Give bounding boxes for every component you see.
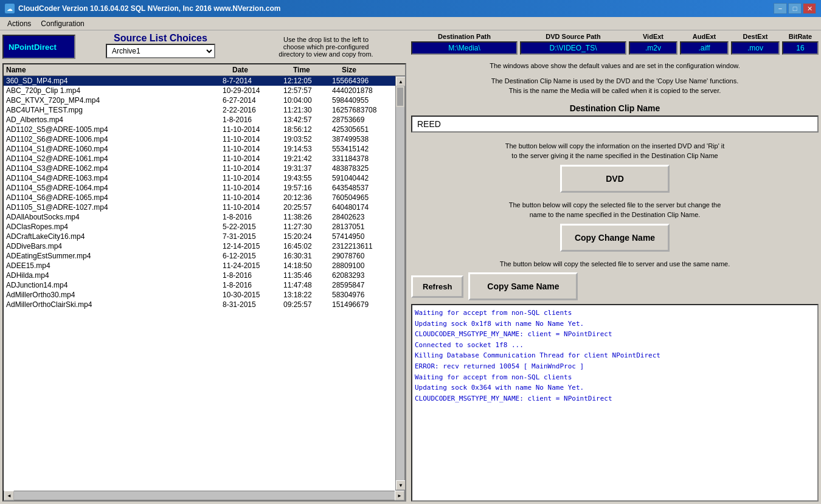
- file-name: AD1104_S1@ADRE-1060.mp4: [6, 145, 223, 153]
- file-row[interactable]: AD1104_S5@ADRE-1064.mp4 11-10-2014 19:57…: [4, 183, 395, 193]
- refresh-button[interactable]: Refresh: [411, 275, 463, 298]
- file-size: 483878325: [332, 164, 393, 173]
- log-line: CLOUDCODER_MSGTYPE_MY_NAME: client = NPo…: [415, 329, 815, 340]
- file-row[interactable]: AD1104_S4@ADRE-1063.mp4 11-10-2014 19:43…: [4, 173, 395, 183]
- file-name: ADCraftLakeCity16.mp4: [6, 232, 223, 241]
- file-time: 18:56:12: [283, 125, 332, 134]
- file-time: 13:42:57: [283, 116, 332, 124]
- file-size: 57414950: [332, 232, 393, 241]
- log-line: Connected to socket 1f8 ...: [415, 340, 815, 351]
- file-time: 20:25:57: [283, 203, 332, 212]
- file-row[interactable]: ADClasRopes.mp4 5-22-2015 11:27:30 28137…: [4, 222, 395, 232]
- copy-change-name-button[interactable]: Copy Change Name: [560, 224, 670, 252]
- file-time: 19:03:52: [283, 135, 332, 143]
- bitrate-value: 16: [782, 41, 819, 55]
- source-dropdown[interactable]: Archive1: [106, 44, 215, 58]
- menu-actions[interactable]: Actions: [2, 18, 36, 29]
- file-row[interactable]: AD1104_S3@ADRE-1062.mp4 11-10-2014 19:31…: [4, 164, 395, 173]
- file-list-body[interactable]: 360_SD_MP4.mp4 8-7-2014 12:12:05 1556643…: [4, 76, 395, 491]
- scroll-thumb[interactable]: [397, 88, 403, 106]
- file-row[interactable]: AD1104_S1@ADRE-1060.mp4 11-10-2014 19:14…: [4, 144, 395, 154]
- log-line: Killing Database Communication Thread fo…: [415, 350, 815, 361]
- file-row[interactable]: 360_SD_MP4.mp4 8-7-2014 12:12:05 1556643…: [4, 76, 395, 86]
- main-content: NPointDirect Source List Choices Archive…: [0, 30, 821, 504]
- file-time: 11:47:48: [283, 281, 332, 289]
- copy-same-name-button[interactable]: Copy Same Name: [468, 272, 578, 300]
- file-row[interactable]: AD1102_S5@ADRE-1005.mp4 11-10-2014 18:56…: [4, 125, 395, 134]
- col-time: Time: [293, 66, 342, 74]
- file-row[interactable]: ADHilda.mp4 1-8-2016 11:35:46 62083293: [4, 271, 395, 280]
- file-row[interactable]: AD1104_S6@ADRE-1065.mp4 11-10-2014 20:12…: [4, 193, 395, 202]
- log-panel: Waiting for accept from non-SQL clientsU…: [411, 304, 819, 502]
- file-name: AdMillerOrtho30.mp4: [6, 291, 223, 299]
- file-name: AD_Albertos.mp4: [6, 116, 223, 124]
- dest-clip-input[interactable]: [411, 116, 819, 133]
- file-list-container: Name Date Time Size 360_SD_MP4.mp4 8-7-2…: [2, 63, 406, 502]
- file-name: ADDiveBars.mp4: [6, 242, 223, 250]
- dvd-path-value: D:\VIDEO_TS\: [520, 41, 626, 55]
- scroll-down-arrow[interactable]: ▼: [396, 480, 405, 490]
- dvd-section: The button below will copy the informati…: [411, 141, 819, 193]
- dvd-button[interactable]: DVD: [560, 165, 670, 193]
- file-row[interactable]: ABC4UTAH_TEST.mpg 2-22-2016 11:21:30 162…: [4, 105, 395, 115]
- file-row[interactable]: ADDiveBars.mp4 12-14-2015 16:45:02 23122…: [4, 241, 395, 251]
- file-date: 8-31-2015: [223, 300, 283, 309]
- file-row[interactable]: ADJunction14.mp4 1-8-2016 11:47:48 28595…: [4, 280, 395, 290]
- file-row[interactable]: AD1104_S2@ADRE-1061.mp4 11-10-2014 19:21…: [4, 154, 395, 164]
- file-time: 15:20:24: [283, 232, 332, 241]
- file-row[interactable]: AD1105_S1@ADRE-1027.mp4 11-10-2014 20:25…: [4, 202, 395, 212]
- file-size: 425305651: [332, 125, 393, 134]
- minimize-button[interactable]: −: [774, 3, 787, 14]
- file-date: 6-12-2015: [223, 252, 283, 260]
- audext-label: AudExt: [680, 33, 729, 40]
- file-size: 29078760: [332, 252, 393, 260]
- file-date: 11-10-2014: [223, 135, 283, 143]
- file-row[interactable]: ADAllAboutSocks.mp4 1-8-2016 11:38:26 28…: [4, 212, 395, 222]
- file-row[interactable]: AdMillerOrtho30.mp4 10-30-2015 13:18:22 …: [4, 290, 395, 300]
- horizontal-scrollbar[interactable]: ◄ ►: [4, 491, 405, 500]
- file-time: 09:25:57: [283, 300, 332, 309]
- file-row[interactable]: AdMillerOrthoClairSki.mp4 8-31-2015 09:2…: [4, 300, 395, 309]
- file-size: 387499538: [332, 135, 393, 143]
- menu-bar: Actions Configuration: [0, 17, 821, 30]
- file-row[interactable]: ADEatingEstSummer.mp4 6-12-2015 16:30:31…: [4, 251, 395, 261]
- menu-configuration[interactable]: Configuration: [36, 18, 89, 29]
- same-name-desc: The button below will copy the selected …: [411, 259, 819, 269]
- file-row[interactable]: ADCraftLakeCity16.mp4 7-31-2015 15:20:24…: [4, 232, 395, 241]
- file-row[interactable]: AD_Albertos.mp4 1-8-2016 13:42:57 287536…: [4, 115, 395, 125]
- file-name: AD1102_S5@ADRE-1005.mp4: [6, 125, 223, 134]
- file-list-header: Name Date Time Size: [4, 64, 405, 76]
- file-size: 643548537: [332, 184, 393, 192]
- npointdirect-display: NPointDirect: [2, 35, 75, 59]
- file-date: 11-10-2014: [223, 145, 283, 153]
- close-button[interactable]: ✕: [803, 3, 816, 14]
- file-time: 10:04:00: [283, 96, 332, 105]
- file-size: 28809100: [332, 261, 393, 270]
- file-row[interactable]: AD1102_S6@ADRE-1006.mp4 11-10-2014 19:03…: [4, 134, 395, 144]
- right-panel: Destination Path DVD Source Path VidExt …: [409, 30, 821, 504]
- scroll-left-arrow[interactable]: ◄: [4, 491, 14, 500]
- destext-label: DestExt: [731, 33, 780, 40]
- log-line: Updating sock 0x364 with name No Name Ye…: [415, 382, 815, 393]
- file-date: 11-10-2014: [223, 203, 283, 212]
- file-size: 28402623: [332, 213, 393, 221]
- log-line: Waiting for accept from non-SQL clients: [415, 372, 815, 383]
- file-time: 19:14:53: [283, 145, 332, 153]
- file-date: 1-8-2016: [223, 281, 283, 289]
- file-row[interactable]: ABC_KTVX_720p_MP4.mp4 6-27-2014 10:04:00…: [4, 95, 395, 105]
- config-desc: The windows above show the default value…: [411, 61, 819, 71]
- file-row[interactable]: ABC_720p_Clip 1.mp4 10-29-2014 12:57:57 …: [4, 86, 395, 95]
- log-line: CLOUDCODER_MSGTYPE_MY_NAME: client = NPo…: [415, 393, 815, 404]
- maximize-button[interactable]: □: [788, 3, 802, 14]
- file-name: AdMillerOrthoClairSki.mp4: [6, 300, 223, 309]
- vertical-scrollbar[interactable]: ▲ ▼: [395, 76, 405, 491]
- file-date: 10-29-2014: [223, 86, 283, 95]
- file-time: 13:18:22: [283, 291, 332, 299]
- file-row[interactable]: ADEE15.mp4 11-24-2015 14:18:50 28809100: [4, 261, 395, 271]
- dest-clip-desc: The Destination Clip Name is used by the…: [411, 76, 819, 96]
- scroll-up-arrow[interactable]: ▲: [396, 77, 405, 86]
- file-size: 331184378: [332, 154, 393, 163]
- file-name: AD1104_S3@ADRE-1062.mp4: [6, 164, 223, 173]
- scroll-right-arrow[interactable]: ►: [395, 491, 404, 500]
- dest-clip-label: Destination Clip Name: [411, 103, 819, 113]
